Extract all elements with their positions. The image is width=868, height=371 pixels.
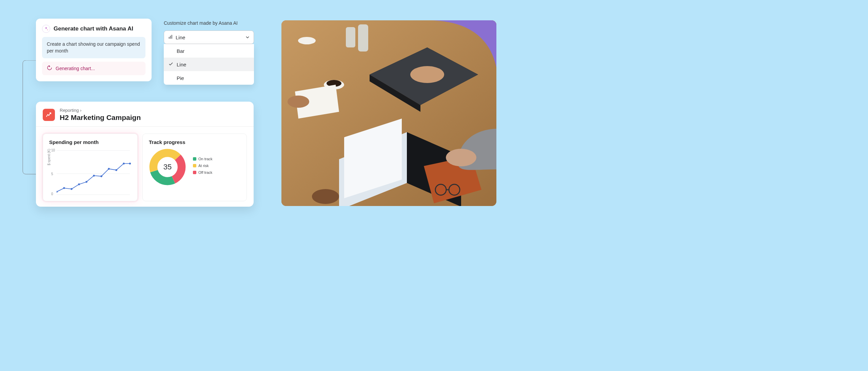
ai-prompt-input[interactable]: Create a chart showing our campaign spen…	[42, 37, 145, 58]
spending-title: Spending per month	[49, 139, 131, 145]
legend-swatch	[193, 171, 196, 174]
svg-point-8	[85, 181, 87, 183]
chart-type-select[interactable]: Line	[164, 30, 254, 44]
legend-item: At risk	[193, 164, 213, 168]
svg-point-35	[410, 66, 444, 83]
chevron-down-icon	[245, 35, 250, 40]
svg-rect-28	[346, 27, 355, 47]
legend-swatch	[193, 164, 196, 167]
chart-type-option-pie[interactable]: Pie	[164, 71, 254, 85]
svg-point-11	[108, 168, 110, 170]
progress-legend: On track At risk Off track	[193, 157, 213, 177]
svg-rect-1	[169, 37, 170, 39]
ai-status-row: Generating chart...	[42, 62, 145, 75]
svg-point-14	[129, 163, 131, 165]
progress-widget[interactable]: Track progress 35 On track	[142, 133, 247, 201]
ytick: 5	[51, 172, 53, 176]
svg-rect-29	[358, 24, 368, 51]
ytick: 10	[51, 148, 55, 152]
customize-label: Customize chart made by Asana AI	[164, 20, 254, 26]
customize-chart-panel: Customize chart made by Asana AI Line Ba…	[164, 20, 254, 85]
ytick: 0	[51, 192, 53, 196]
chart-type-option-bar[interactable]: Bar	[164, 44, 254, 58]
spending-line-chart: $ spent (K) 10 5 0	[49, 148, 131, 196]
meeting-photo	[281, 20, 496, 206]
legend-swatch	[193, 157, 196, 161]
svg-point-10	[100, 176, 102, 178]
svg-point-7	[78, 183, 80, 185]
bar-chart-icon	[168, 35, 173, 40]
progress-donut-chart: 35	[149, 148, 186, 186]
chart-type-option-line[interactable]: Line	[164, 58, 254, 71]
progress-title: Track progress	[149, 139, 240, 145]
svg-rect-2	[170, 36, 171, 39]
chart-type-selected: Line	[176, 35, 185, 40]
spending-widget[interactable]: Spending per month $ spent (K) 10 5 0	[43, 133, 138, 201]
chart-type-options: Bar Line Pie	[164, 44, 254, 85]
legend-item: On track	[193, 157, 213, 161]
dashboard-card: Reporting › H2 Marketing Campaign Spendi…	[36, 102, 254, 207]
ai-card-title: Generate chart with Asana AI	[54, 25, 133, 32]
svg-point-36	[446, 149, 476, 166]
sparkle-loading-icon	[47, 65, 52, 72]
svg-point-9	[93, 175, 95, 177]
progress-total: 35	[163, 163, 172, 171]
svg-point-27	[298, 37, 316, 44]
sparkle-icon	[42, 25, 50, 33]
check-icon	[169, 62, 173, 67]
breadcrumb[interactable]: Reporting ›	[60, 108, 141, 113]
svg-point-38	[312, 189, 339, 204]
spending-ylabel: $ spent (K)	[47, 149, 51, 165]
svg-rect-3	[172, 35, 172, 38]
svg-point-5	[63, 187, 65, 189]
reporting-icon	[43, 109, 55, 121]
ai-generate-card: Generate chart with Asana AI Create a ch…	[36, 19, 152, 81]
ai-status-text: Generating chart...	[56, 66, 95, 71]
dashboard-title: H2 Marketing Campaign	[60, 114, 141, 122]
svg-point-12	[115, 169, 117, 171]
svg-point-13	[123, 163, 125, 165]
legend-item: Off track	[193, 170, 213, 174]
svg-point-6	[71, 188, 73, 190]
svg-point-37	[288, 96, 309, 108]
